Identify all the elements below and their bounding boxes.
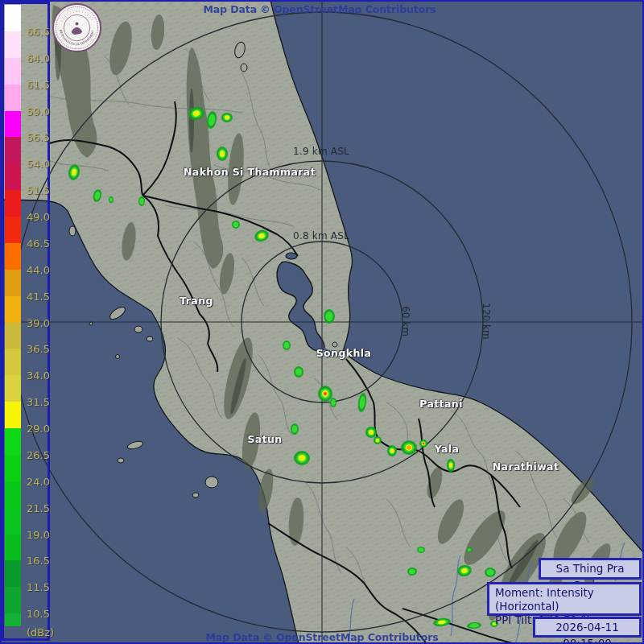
scale-label: 31.5 xyxy=(27,396,50,408)
radar-echo xyxy=(292,425,298,432)
radar-map xyxy=(0,0,644,644)
scale-segment xyxy=(5,137,21,163)
scale-segment xyxy=(5,296,21,323)
osm-attribution-bottom: Map Data © OpenStreetMap Contributors xyxy=(205,631,438,643)
map-label-range: 60 km xyxy=(400,306,411,336)
scale-label: 21.5 xyxy=(27,502,50,514)
scale-label: 41.5 xyxy=(27,290,50,302)
scale-segment xyxy=(5,375,21,402)
scale-label: 59.0 xyxy=(27,105,50,117)
scale-segment xyxy=(5,111,21,138)
scale-label: 44.0 xyxy=(27,263,50,275)
scale-segment xyxy=(5,428,21,455)
map-label-place: Narathiwat xyxy=(493,460,559,473)
map-label-place: Nakhon Si Thammarat xyxy=(184,166,316,178)
scale-label: 61.5 xyxy=(27,78,50,90)
scale-label: 29.0 xyxy=(27,423,50,435)
scale-segment xyxy=(5,243,21,270)
scale-label: 39.0 xyxy=(27,316,50,328)
scale-segment xyxy=(5,587,21,613)
radar-echo xyxy=(369,430,374,435)
radar-echo xyxy=(407,445,411,449)
radar-echo xyxy=(409,569,415,575)
radar-echo xyxy=(486,569,493,576)
scale-label: 10.5 xyxy=(27,608,50,620)
scale-segment xyxy=(5,402,21,428)
scale-segment xyxy=(5,455,21,481)
radar-echo xyxy=(233,222,239,228)
map-label-place: Trang xyxy=(180,295,213,307)
map-label-place: Songkhla xyxy=(316,347,372,359)
radar-echo xyxy=(284,342,290,349)
scale-label: 26.5 xyxy=(27,448,50,460)
radar-echo xyxy=(139,198,143,204)
map-label-place: Satun xyxy=(247,433,282,445)
map-label-place: Pattani xyxy=(419,398,463,410)
map-label-place: Yala xyxy=(435,443,460,455)
dbz-unit-label: (dBz) xyxy=(27,626,54,638)
scale-segment xyxy=(5,560,21,587)
tmd-seal-logo: METEOROLOGICAL DEPARTMENT ::::::::::::: xyxy=(52,2,102,53)
radar-echo xyxy=(419,547,424,551)
scale-segment xyxy=(5,5,21,31)
map-label-range: 120 km xyxy=(481,303,492,339)
scale-segment xyxy=(5,613,21,626)
radar-echo xyxy=(295,368,302,375)
scale-segment xyxy=(5,270,21,296)
moment-text: Moment: Intensity (Horizontal) xyxy=(495,586,639,613)
scale-label: 46.5 xyxy=(27,237,50,249)
scale-label: 66.5 xyxy=(27,26,50,38)
radar-echo xyxy=(299,455,306,461)
radar-echo xyxy=(225,115,229,119)
scale-label: 51.5 xyxy=(27,184,50,196)
scale-segment xyxy=(5,481,21,508)
radar-echo xyxy=(109,197,113,201)
scale-label: 24.0 xyxy=(27,475,50,487)
scale-label: 16.5 xyxy=(27,555,50,567)
scale-segment xyxy=(5,58,21,85)
timestamp-box: 2026-04-11 08:15:00 xyxy=(533,617,642,638)
moment-info-box: Moment: Intensity (Horizontal) PPI Tilt:… xyxy=(487,582,642,616)
scale-label: 64.0 xyxy=(27,52,50,64)
scale-segment xyxy=(5,508,21,535)
scale-label: 11.5 xyxy=(27,581,50,593)
scale-label: 19.0 xyxy=(27,528,50,540)
scale-segment xyxy=(5,163,21,190)
scale-label: 36.5 xyxy=(27,343,50,355)
radar-name-box: Sa Thing Pra Radar xyxy=(539,558,642,580)
radar-echo xyxy=(324,392,327,394)
radar-echo xyxy=(220,151,225,157)
scale-segment xyxy=(5,85,21,111)
scale-segment xyxy=(5,349,21,375)
scale-segment xyxy=(5,323,21,349)
scale-segment xyxy=(5,190,21,217)
radar-echo xyxy=(468,548,471,551)
scale-label: 49.0 xyxy=(27,211,50,223)
scale-segment xyxy=(5,31,21,58)
map-label-asl: 0.8 km ASL xyxy=(293,230,349,242)
radar-echo xyxy=(423,443,424,444)
scale-segment xyxy=(5,217,21,243)
scale-label: 34.0 xyxy=(27,369,50,382)
radar-echo xyxy=(331,399,335,406)
scale-label: 54.0 xyxy=(27,158,50,170)
map-label-asl: 1.9 km ASL xyxy=(293,146,349,157)
radar-echo xyxy=(449,462,452,468)
timestamp-text: 2026-04-11 08:15:00 xyxy=(555,621,618,644)
radar-echo xyxy=(390,448,394,453)
scale-segment xyxy=(5,535,21,561)
scale-label: 56.5 xyxy=(27,131,50,143)
radar-viewer: Nakhon Si ThammaratTrangSongkhlaPattaniS… xyxy=(0,0,644,644)
radar-echo xyxy=(376,439,379,442)
radar-echo xyxy=(325,312,332,321)
osm-attribution-top: Map Data © OpenStreetMap Contributors xyxy=(203,3,436,15)
